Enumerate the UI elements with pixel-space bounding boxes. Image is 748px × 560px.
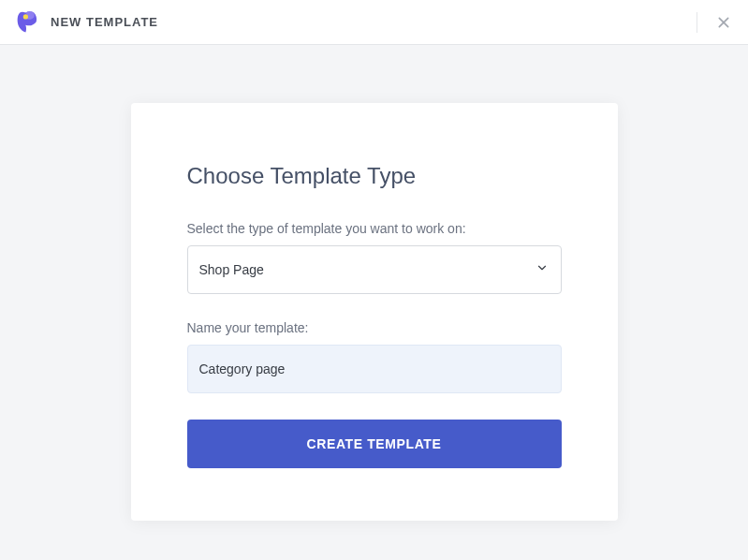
topbar: NEW TEMPLATE <box>0 0 748 45</box>
template-type-value: Shop Page <box>199 262 264 277</box>
type-label: Select the type of template you want to … <box>187 221 562 236</box>
divider <box>697 12 697 33</box>
page-title: NEW TEMPLATE <box>51 15 158 29</box>
template-name-input[interactable] <box>187 345 562 393</box>
svg-point-0 <box>23 14 28 19</box>
close-wrap <box>697 0 748 45</box>
modal-title: Choose Template Type <box>187 163 562 189</box>
close-icon <box>716 15 731 30</box>
name-label: Name your template: <box>187 320 562 335</box>
template-type-select[interactable]: Shop Page <box>187 245 562 294</box>
stage: Choose Template Type Select the type of … <box>0 45 748 521</box>
create-template-button[interactable]: CREATE TEMPLATE <box>187 420 562 468</box>
elementor-logo-icon <box>15 9 41 36</box>
close-button[interactable] <box>711 9 737 36</box>
template-modal: Choose Template Type Select the type of … <box>131 103 618 521</box>
